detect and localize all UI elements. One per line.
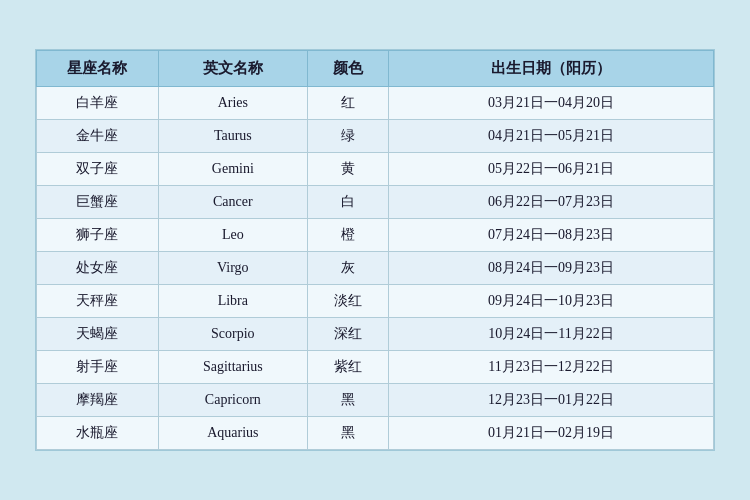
cell-chinese: 射手座	[37, 351, 159, 384]
header-english: 英文名称	[158, 51, 307, 87]
cell-english: Leo	[158, 219, 307, 252]
cell-color: 深红	[307, 318, 388, 351]
table-row: 狮子座Leo橙07月24日一08月23日	[37, 219, 714, 252]
zodiac-table-container: 星座名称 英文名称 颜色 出生日期（阳历） 白羊座Aries红03月21日一04…	[35, 49, 715, 451]
cell-date: 07月24日一08月23日	[389, 219, 714, 252]
cell-color: 黄	[307, 153, 388, 186]
table-row: 金牛座Taurus绿04月21日一05月21日	[37, 120, 714, 153]
cell-english: Sagittarius	[158, 351, 307, 384]
table-row: 射手座Sagittarius紫红11月23日一12月22日	[37, 351, 714, 384]
cell-chinese: 天蝎座	[37, 318, 159, 351]
table-header-row: 星座名称 英文名称 颜色 出生日期（阳历）	[37, 51, 714, 87]
cell-color: 绿	[307, 120, 388, 153]
cell-date: 08月24日一09月23日	[389, 252, 714, 285]
cell-date: 11月23日一12月22日	[389, 351, 714, 384]
cell-chinese: 金牛座	[37, 120, 159, 153]
cell-english: Capricorn	[158, 384, 307, 417]
cell-chinese: 狮子座	[37, 219, 159, 252]
cell-color: 红	[307, 87, 388, 120]
cell-color: 黑	[307, 417, 388, 450]
cell-date: 04月21日一05月21日	[389, 120, 714, 153]
cell-date: 10月24日一11月22日	[389, 318, 714, 351]
cell-english: Taurus	[158, 120, 307, 153]
cell-color: 橙	[307, 219, 388, 252]
cell-chinese: 双子座	[37, 153, 159, 186]
table-row: 水瓶座Aquarius黑01月21日一02月19日	[37, 417, 714, 450]
cell-english: Libra	[158, 285, 307, 318]
cell-english: Gemini	[158, 153, 307, 186]
cell-chinese: 白羊座	[37, 87, 159, 120]
cell-chinese: 天秤座	[37, 285, 159, 318]
table-row: 巨蟹座Cancer白06月22日一07月23日	[37, 186, 714, 219]
table-row: 天蝎座Scorpio深红10月24日一11月22日	[37, 318, 714, 351]
header-color: 颜色	[307, 51, 388, 87]
cell-color: 淡红	[307, 285, 388, 318]
cell-chinese: 巨蟹座	[37, 186, 159, 219]
cell-color: 紫红	[307, 351, 388, 384]
cell-color: 灰	[307, 252, 388, 285]
cell-english: Aries	[158, 87, 307, 120]
table-row: 天秤座Libra淡红09月24日一10月23日	[37, 285, 714, 318]
table-body: 白羊座Aries红03月21日一04月20日金牛座Taurus绿04月21日一0…	[37, 87, 714, 450]
cell-date: 12月23日一01月22日	[389, 384, 714, 417]
cell-english: Cancer	[158, 186, 307, 219]
header-date: 出生日期（阳历）	[389, 51, 714, 87]
table-row: 双子座Gemini黄05月22日一06月21日	[37, 153, 714, 186]
cell-english: Virgo	[158, 252, 307, 285]
cell-date: 09月24日一10月23日	[389, 285, 714, 318]
cell-chinese: 摩羯座	[37, 384, 159, 417]
zodiac-table: 星座名称 英文名称 颜色 出生日期（阳历） 白羊座Aries红03月21日一04…	[36, 50, 714, 450]
table-row: 白羊座Aries红03月21日一04月20日	[37, 87, 714, 120]
cell-color: 白	[307, 186, 388, 219]
cell-date: 06月22日一07月23日	[389, 186, 714, 219]
cell-date: 01月21日一02月19日	[389, 417, 714, 450]
cell-date: 05月22日一06月21日	[389, 153, 714, 186]
cell-date: 03月21日一04月20日	[389, 87, 714, 120]
cell-english: Aquarius	[158, 417, 307, 450]
cell-chinese: 水瓶座	[37, 417, 159, 450]
table-row: 处女座Virgo灰08月24日一09月23日	[37, 252, 714, 285]
table-row: 摩羯座Capricorn黑12月23日一01月22日	[37, 384, 714, 417]
cell-english: Scorpio	[158, 318, 307, 351]
cell-chinese: 处女座	[37, 252, 159, 285]
header-chinese: 星座名称	[37, 51, 159, 87]
cell-color: 黑	[307, 384, 388, 417]
